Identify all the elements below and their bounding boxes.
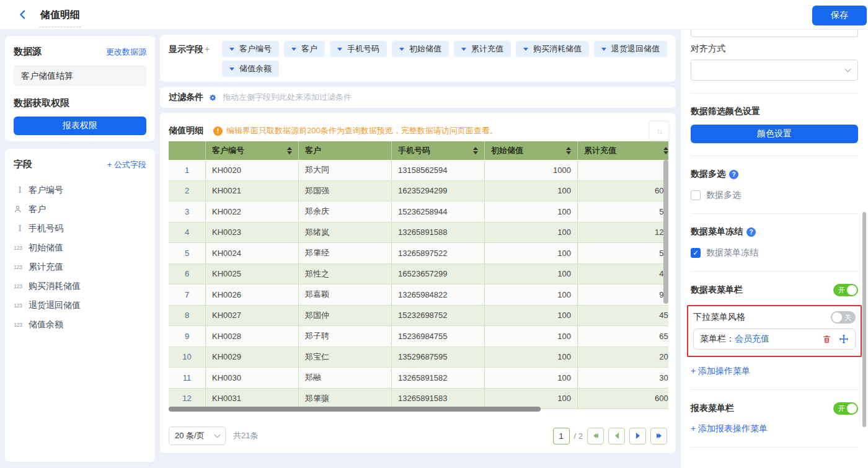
- table-row[interactable]: 6KH0025郑性之16523657299100400: [169, 264, 668, 285]
- menu-bar-item[interactable]: 菜单栏： 会员充值: [693, 329, 856, 350]
- cell-customer-code: KH0025: [206, 264, 299, 285]
- table-row[interactable]: 11KH0030郑融13265891582100300: [169, 368, 668, 389]
- field-item[interactable]: 123累计充值: [14, 257, 146, 276]
- field-item[interactable]: 123退货退回储值: [14, 296, 146, 315]
- table-row[interactable]: 12KH0031郑肇骧132658915831006000: [169, 389, 668, 410]
- display-field-chip[interactable]: 手机号码: [330, 41, 387, 57]
- toggle-off-label: 关: [844, 314, 851, 322]
- sort-order-button[interactable]: ↑↓: [650, 121, 668, 140]
- display-field-chip[interactable]: 购买消耗储值: [516, 41, 589, 57]
- cell-customer-code: KH0023: [206, 223, 299, 243]
- add-report-menu-link[interactable]: + 添加报表操作菜单: [691, 423, 768, 435]
- table-vertical-scrollbar[interactable]: [663, 160, 668, 304]
- cell-customer-name: 郑宝仁: [299, 347, 392, 368]
- cell-customer-code: KH0028: [206, 326, 299, 347]
- first-page-button[interactable]: [587, 428, 604, 444]
- color-settings-button[interactable]: 颜色设置: [691, 125, 858, 143]
- cell-phone: 15236258944: [392, 201, 485, 222]
- display-field-chip[interactable]: 客户: [284, 41, 325, 57]
- trash-icon[interactable]: [822, 334, 831, 344]
- align-select[interactable]: [691, 60, 858, 81]
- table-row[interactable]: 5KH0024郑肇经13265897522100500: [169, 243, 668, 264]
- current-page-input[interactable]: 1: [553, 428, 570, 444]
- display-field-chip[interactable]: 初始储值: [392, 41, 449, 57]
- table-menubar-toggle-on[interactable]: 开: [833, 284, 858, 296]
- table-row[interactable]: 1KH0020郑大同1315856259410000: [169, 160, 668, 181]
- display-field-chip[interactable]: 累计充值: [454, 41, 511, 57]
- back-icon[interactable]: [17, 9, 28, 20]
- save-button[interactable]: 保存: [812, 6, 867, 25]
- multi-select-checkbox-row[interactable]: 数据多选: [691, 190, 858, 201]
- report-permission-button[interactable]: 报表权限: [14, 117, 146, 135]
- table-row[interactable]: 10KH0029郑宝仁13529687595100200: [169, 347, 668, 368]
- page-size-select[interactable]: 20 条/页: [169, 426, 226, 445]
- cell-recharge-total: 1200: [578, 223, 668, 243]
- cell-customer-code: KH0030: [206, 368, 299, 388]
- field-item[interactable]: 123储值余额: [14, 315, 146, 334]
- table-row[interactable]: 7KH0026郑嘉颖13265984822100900: [169, 285, 668, 306]
- datasource-title: 数据源: [14, 46, 42, 58]
- gear-icon[interactable]: [208, 93, 217, 102]
- column-header[interactable]: 客户编号: [206, 141, 299, 160]
- cell-phone: 16523657299: [392, 264, 485, 285]
- menu-freeze-checkbox-row[interactable]: ✓ 数据菜单冻结: [691, 247, 858, 258]
- sort-icon[interactable]: [663, 147, 668, 154]
- sort-icon[interactable]: [287, 147, 292, 154]
- clipped-control: [691, 30, 858, 37]
- sort-icon[interactable]: [473, 147, 478, 154]
- display-field-chip[interactable]: 客户编号: [222, 41, 279, 57]
- move-icon[interactable]: [839, 334, 849, 344]
- help-icon[interactable]: ?: [729, 170, 738, 179]
- table-row[interactable]: 8KH0027郑国仲15232698752100450: [169, 306, 668, 327]
- help-icon[interactable]: ?: [746, 227, 756, 237]
- chip-label: 退货退回储值: [611, 43, 660, 55]
- checkbox-checked[interactable]: ✓: [691, 248, 701, 258]
- cell-customer-name: 郑大同: [299, 160, 392, 180]
- field-item[interactable]: 客户: [14, 200, 146, 219]
- table-row[interactable]: 2KH0021郑国强162352942991006000: [169, 181, 668, 202]
- prev-page-button[interactable]: [608, 428, 625, 444]
- field-item[interactable]: 123初始储值: [14, 238, 146, 257]
- last-page-button[interactable]: [650, 428, 667, 444]
- add-formula-field-link[interactable]: + 公式字段: [107, 159, 146, 170]
- datasource-value[interactable]: 客户储值结算: [14, 65, 146, 86]
- person-icon: [14, 205, 29, 213]
- cell-customer-code: KH0027: [206, 306, 299, 326]
- row-number: 11: [169, 368, 206, 388]
- display-field-chip[interactable]: 储值余额: [222, 61, 279, 77]
- column-header[interactable]: 累计充值: [578, 141, 668, 160]
- dropdown-style-toggle-off[interactable]: 关: [831, 311, 856, 324]
- checkbox-unchecked[interactable]: [691, 190, 701, 200]
- cell-phone: 16235294299: [392, 181, 485, 201]
- cell-recharge-total: 0: [578, 160, 668, 180]
- display-field-chip[interactable]: 退货退回储值: [594, 41, 667, 57]
- cell-customer-name: 郑融: [299, 368, 392, 388]
- cell-customer-name: 郑绪岚: [299, 223, 392, 243]
- table-row[interactable]: 3KH0022郑余庆15236258944100500: [169, 201, 668, 223]
- table-horizontal-scrollbar[interactable]: [169, 407, 541, 412]
- cell-recharge-total: 200: [578, 347, 668, 368]
- next-page-button[interactable]: [629, 428, 646, 444]
- table-card: 储值明细 ! 编辑界面只取数据源前200条作为查询数据预览，完整数据请访问页面查…: [160, 113, 676, 453]
- add-action-menu-link[interactable]: + 添加操作菜单: [691, 366, 750, 377]
- table-row[interactable]: 4KH0023郑绪岚132658915881001200: [169, 223, 668, 244]
- panel-vertical-scrollbar[interactable]: [862, 212, 866, 427]
- change-datasource-link[interactable]: 更改数据源: [106, 46, 146, 58]
- field-label: 客户: [29, 204, 46, 215]
- filter-color-title: 数据筛选颜色设置: [691, 106, 858, 117]
- cell-recharge-total: 900: [578, 285, 668, 305]
- caret-down-icon: [601, 48, 606, 53]
- table-row[interactable]: 9KH0028郑子聘15236984755100650: [169, 326, 668, 347]
- field-item[interactable]: 123购买消耗储值: [14, 276, 146, 296]
- filter-card[interactable]: 过滤条件 拖动左侧字段到此处来添加过滤条件: [160, 87, 676, 108]
- menu-item-value[interactable]: 会员充值: [735, 333, 769, 345]
- add-display-field-icon[interactable]: +: [205, 44, 210, 54]
- field-item[interactable]: I手机号码: [14, 219, 146, 238]
- field-item[interactable]: I客户编号: [14, 180, 146, 200]
- sort-icon[interactable]: [566, 147, 571, 154]
- column-header[interactable]: 手机号码: [392, 141, 485, 160]
- column-header[interactable]: 初始储值: [485, 141, 578, 160]
- warning-icon: !: [213, 126, 223, 136]
- table-title: 储值明细: [169, 125, 203, 136]
- report-menubar-toggle-on[interactable]: 开: [833, 402, 858, 415]
